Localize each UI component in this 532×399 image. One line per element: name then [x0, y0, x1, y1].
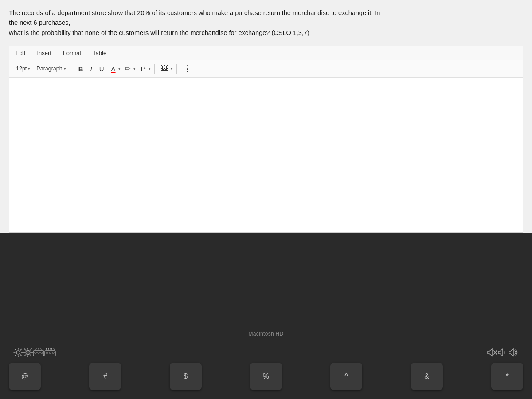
svg-rect-28 — [52, 352, 54, 353]
svg-line-24 — [41, 348, 41, 350]
menu-table[interactable]: Table — [91, 49, 108, 57]
brightness-high-icon — [23, 348, 33, 357]
menu-bar: Edit Insert Format Table — [9, 46, 523, 60]
svg-line-14 — [24, 349, 26, 350]
svg-point-0 — [16, 351, 20, 354]
italic-button[interactable]: I — [88, 64, 95, 74]
more-options-button[interactable]: ⋮ — [180, 63, 194, 75]
key-caret[interactable]: ^ — [330, 363, 362, 390]
svg-line-30 — [49, 348, 49, 349]
mute-icon — [487, 348, 497, 357]
svg-rect-19 — [35, 352, 36, 353]
svg-line-32 — [51, 348, 52, 349]
key-percent[interactable]: % — [250, 363, 282, 390]
hint-text: Macintosh HD — [0, 325, 532, 342]
volume-down-icon — [497, 348, 508, 357]
fn-row — [0, 342, 532, 361]
image-button[interactable]: 🖼 — [158, 63, 171, 74]
font-color-chevron[interactable]: ▾ — [118, 66, 121, 71]
toolbar: 12pt ▾ Paragraph ▾ B I U — [9, 60, 523, 78]
menu-edit[interactable]: Edit — [14, 49, 27, 57]
svg-point-9 — [26, 350, 30, 355]
svg-line-8 — [15, 355, 16, 356]
paragraph-chevron: ▾ — [64, 66, 66, 71]
bold-button[interactable]: B — [76, 64, 86, 74]
svg-line-15 — [30, 355, 31, 356]
brightness-low-icon — [13, 348, 23, 357]
highlight-button[interactable]: ✏ — [122, 63, 133, 74]
divider-1 — [72, 64, 72, 74]
menu-insert[interactable]: Insert — [35, 49, 53, 57]
editor-body[interactable] — [9, 78, 523, 233]
svg-line-5 — [15, 349, 16, 350]
font-color-group: A ▾ — [109, 64, 121, 74]
question-text: The records of a department store show t… — [9, 8, 523, 38]
editor-container: Edit Insert Format Table 12pt ▾ Paragrap… — [9, 46, 523, 78]
highlight-chevron[interactable]: ▾ — [133, 66, 136, 71]
question-line1: The records of a department store show t… — [9, 9, 380, 16]
svg-rect-27 — [49, 352, 51, 353]
divider-2 — [154, 64, 155, 74]
menu-format[interactable]: Format — [61, 49, 83, 57]
key-hash[interactable]: # — [89, 363, 121, 390]
volume-up-icon — [508, 348, 519, 357]
key-dollar[interactable]: $ — [170, 363, 202, 390]
svg-line-22 — [36, 348, 36, 350]
keyboard-row: @ # $ % ^ & * — [0, 361, 532, 399]
key-at[interactable]: @ — [9, 363, 41, 390]
svg-line-33 — [54, 348, 54, 350]
question-line2: the next 6 purchases, — [9, 19, 70, 26]
svg-line-6 — [20, 355, 21, 356]
svg-rect-26 — [46, 352, 48, 353]
paragraph-style-value: Paragraph — [36, 66, 62, 72]
dark-area: Macintosh HD — [0, 233, 532, 399]
svg-rect-20 — [38, 352, 39, 353]
font-color-button[interactable]: A — [109, 64, 118, 74]
svg-rect-21 — [41, 352, 43, 353]
paragraph-style-select[interactable]: Paragraph ▾ — [34, 64, 68, 73]
superscript-group: T2 ▾ — [137, 64, 151, 74]
image-group: 🖼 ▾ — [158, 63, 173, 74]
image-chevron[interactable]: ▾ — [171, 66, 173, 71]
superscript-chevron[interactable]: ▾ — [149, 66, 151, 71]
svg-line-16 — [30, 349, 31, 350]
keyboard-backlight-low-icon — [33, 348, 44, 357]
key-asterisk[interactable]: * — [491, 363, 523, 390]
svg-line-17 — [24, 355, 26, 356]
keyboard-backlight-high-icon — [44, 348, 56, 357]
superscript-button[interactable]: T2 — [137, 64, 149, 74]
highlight-group: ✏ ▾ — [122, 63, 136, 74]
divider-3 — [176, 64, 177, 74]
key-ampersand[interactable]: & — [411, 363, 443, 390]
font-size-value: 12pt — [16, 66, 27, 72]
underline-button[interactable]: U — [97, 64, 107, 74]
svg-line-29 — [46, 348, 47, 350]
question-line3: what is the probability that none of the… — [9, 29, 309, 36]
font-size-select[interactable]: 12pt ▾ — [14, 64, 32, 73]
font-size-chevron: ▾ — [28, 66, 30, 71]
svg-line-7 — [20, 349, 21, 350]
